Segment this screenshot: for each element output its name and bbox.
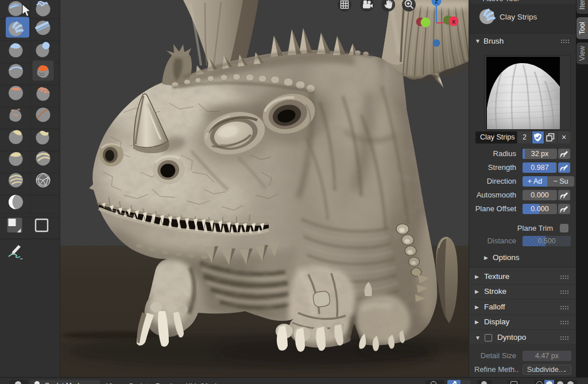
svg-text:X: X bbox=[452, 19, 455, 25]
svg-text:Z: Z bbox=[435, 0, 438, 5]
